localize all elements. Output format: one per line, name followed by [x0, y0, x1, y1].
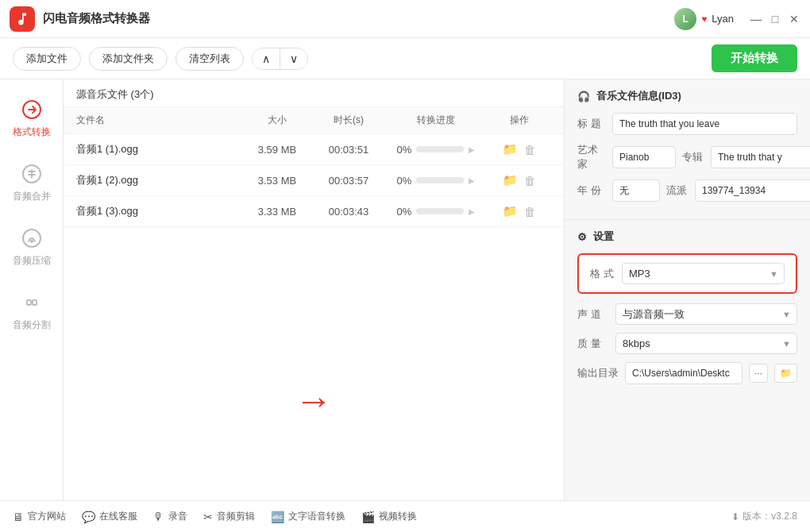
- col-duration: 时长(s): [313, 114, 384, 127]
- folder-icon-2[interactable]: 📁: [503, 204, 518, 218]
- audio-edit-icon: ✂: [203, 511, 213, 523]
- app-name: 闪电音频格式转换器: [43, 11, 674, 26]
- video-icon: 🎬: [361, 511, 375, 523]
- output-row: 输出目录 ··· 📁: [577, 362, 797, 384]
- delete-icon-1[interactable]: 🗑: [524, 174, 536, 187]
- settings-section-title: ⚙ 设置: [577, 229, 797, 244]
- artist-row: 艺术家 专辑: [577, 143, 797, 172]
- user-info: L ♥ Lyan: [674, 8, 734, 30]
- output-folder-button[interactable]: 📁: [774, 364, 797, 383]
- sidebar-label-format: 格式转换: [13, 125, 51, 139]
- delete-icon-0[interactable]: 🗑: [524, 143, 536, 156]
- info-section: 🎧 音乐文件信息(ID3) 标 题 艺术家 专辑 年 份 流派: [565, 79, 810, 220]
- action-cell-1: 📁 🗑: [488, 173, 551, 187]
- headphones-icon: 🎧: [577, 91, 590, 102]
- output-browse-dots-button[interactable]: ···: [749, 364, 768, 383]
- sidebar-item-split[interactable]: 音频分割: [0, 279, 63, 343]
- title-field-input[interactable]: [612, 113, 797, 135]
- tts-icon: 🔤: [271, 511, 284, 523]
- bottom-item-tts[interactable]: 🔤 文字语音转换: [271, 510, 345, 523]
- table-row: 音频1 (1).ogg 3.59 MB 00:03:51 0% ▶ 📁 🗑: [64, 134, 564, 165]
- progress-bar-1: [416, 177, 464, 183]
- file-size-1: 3.53 MB: [241, 175, 313, 187]
- sidebar-item-merge[interactable]: 音频合并: [0, 150, 63, 214]
- settings-section: ⚙ 设置 格 式 MP3 AAC WAV FLAC OGG WMA ▼: [565, 220, 810, 402]
- bottom-item-website[interactable]: 🖥 官方网站: [13, 510, 66, 523]
- start-convert-button[interactable]: 开始转换: [712, 44, 797, 72]
- action-cell-2: 📁 🗑: [488, 204, 551, 218]
- artist-field-input[interactable]: [612, 146, 676, 168]
- tts-label: 文字语音转换: [288, 510, 345, 523]
- format-select[interactable]: MP3 AAC WAV FLAC OGG WMA: [622, 263, 785, 284]
- sidebar-label-compress: 音频压缩: [13, 254, 51, 268]
- output-path-input[interactable]: [625, 362, 742, 384]
- progress-bar-0: [416, 146, 464, 152]
- quality-label: 质 量: [577, 337, 609, 351]
- file-list: 源音乐文件 (3个) 文件名 大小 时长(s) 转换进度 操作 音频1 (1).…: [64, 79, 564, 500]
- gear-icon: ⚙: [577, 231, 587, 243]
- file-duration-1: 00:03:57: [313, 175, 384, 187]
- progress-cell-0: 0% ▶: [384, 144, 488, 156]
- clear-list-button[interactable]: 清空列表: [176, 47, 244, 71]
- audio-edit-label: 音频剪辑: [217, 510, 255, 523]
- sort-down-button[interactable]: ∨: [280, 48, 307, 69]
- version-text: 版本：v3.2.8: [742, 510, 797, 523]
- col-filename: 文件名: [76, 114, 241, 127]
- folder-icon-1[interactable]: 📁: [503, 173, 518, 187]
- merge-icon: [19, 161, 44, 187]
- album-field-input[interactable]: [711, 146, 810, 168]
- year-field-label: 年 份: [577, 183, 606, 198]
- add-file-button[interactable]: 添加文件: [13, 47, 81, 71]
- channel-row: 声 道 与源音频一致 立体声 单声道 ▼: [577, 303, 797, 325]
- quality-select[interactable]: 8kbps 16kbps 32kbps 64kbps 128kbps 192kb…: [615, 333, 797, 354]
- window-controls: — □ ✕: [750, 13, 800, 25]
- album-field-label: 专辑: [682, 150, 704, 164]
- play-icon-2[interactable]: ▶: [469, 207, 475, 216]
- info-section-title: 🎧 音乐文件信息(ID3): [577, 89, 797, 103]
- sidebar-label-split: 音频分割: [13, 318, 51, 332]
- bottom-item-record[interactable]: 🎙 录音: [153, 510, 187, 523]
- bottom-item-video[interactable]: 🎬 视频转换: [361, 510, 417, 523]
- file-size-2: 3.33 MB: [241, 206, 313, 218]
- progress-cell-2: 0% ▶: [384, 206, 488, 218]
- user-name: Lyan: [712, 13, 734, 25]
- bottom-item-support[interactable]: 💬 在线客服: [82, 510, 137, 523]
- toolbar: 添加文件 添加文件夹 清空列表 ∧ ∨ 开始转换: [0, 38, 810, 79]
- add-folder-button[interactable]: 添加文件夹: [89, 47, 168, 71]
- close-button[interactable]: ✕: [788, 13, 800, 25]
- compress-icon: [19, 226, 44, 251]
- avatar: L: [674, 8, 696, 30]
- support-label: 在线客服: [99, 510, 137, 523]
- file-duration-2: 00:03:43: [313, 206, 384, 218]
- support-icon: 💬: [82, 511, 95, 523]
- file-name-1: 音频1 (2).ogg: [76, 173, 241, 187]
- format-label: 格 式: [590, 267, 622, 281]
- format-box: 格 式 MP3 AAC WAV FLAC OGG WMA ▼: [577, 253, 797, 294]
- table-row: 音频1 (2).ogg 3.53 MB 00:03:57 0% ▶ 📁 🗑: [64, 165, 564, 196]
- svg-point-3: [30, 240, 33, 243]
- sort-nav: ∧ ∨: [252, 48, 308, 70]
- delete-icon-2[interactable]: 🗑: [524, 205, 536, 218]
- video-label: 视频转换: [379, 510, 417, 523]
- genre-field-input[interactable]: [695, 179, 810, 202]
- year-field-input[interactable]: [612, 179, 660, 202]
- sidebar-label-merge: 音频合并: [13, 190, 51, 203]
- progress-cell-1: 0% ▶: [384, 175, 488, 187]
- folder-icon-0[interactable]: 📁: [503, 142, 518, 156]
- play-icon-0[interactable]: ▶: [469, 145, 475, 154]
- sidebar-item-format[interactable]: 格式转换: [0, 86, 63, 150]
- minimize-button[interactable]: —: [750, 13, 762, 25]
- channel-select[interactable]: 与源音频一致 立体声 单声道: [615, 303, 797, 325]
- maximize-button[interactable]: □: [769, 13, 781, 25]
- play-icon-1[interactable]: ▶: [469, 176, 475, 185]
- title-bar: 闪电音频格式转换器 L ♥ Lyan — □ ✕: [0, 0, 810, 38]
- title-row: 标 题: [577, 113, 797, 135]
- quality-row: 质 量 8kbps 16kbps 32kbps 64kbps 128kbps 1…: [577, 333, 797, 354]
- content-area: 源音乐文件 (3个) 文件名 大小 时长(s) 转换进度 操作 音频1 (1).…: [64, 79, 564, 500]
- sort-up-button[interactable]: ∧: [253, 48, 280, 69]
- sidebar-item-compress[interactable]: 音频压缩: [0, 214, 63, 279]
- format-convert-icon: [19, 97, 44, 122]
- progress-text-1: 0%: [397, 175, 412, 187]
- bottom-item-audio-edit[interactable]: ✂ 音频剪辑: [203, 510, 255, 523]
- table-row: 音频1 (3).ogg 3.33 MB 00:03:43 0% ▶ 📁 🗑: [64, 196, 564, 227]
